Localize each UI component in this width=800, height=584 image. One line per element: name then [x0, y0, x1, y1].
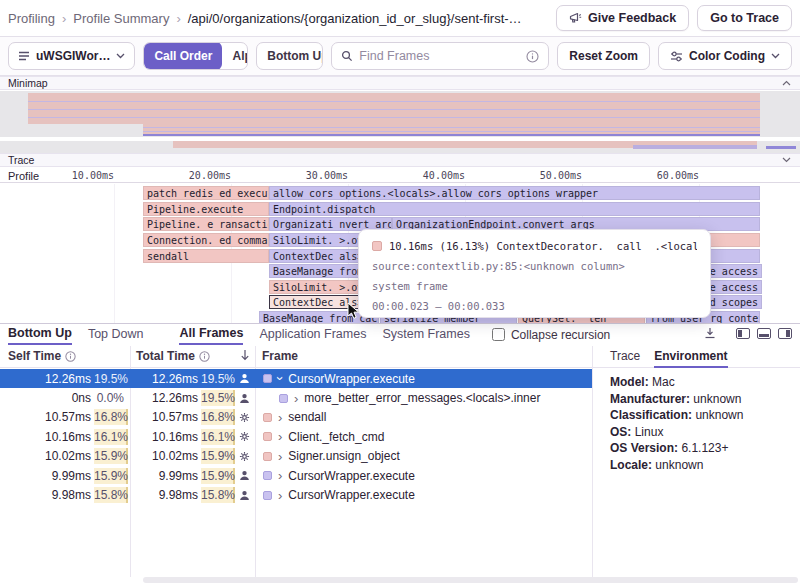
- caret-collapsed-icon[interactable]: ›: [278, 432, 282, 441]
- tab-application-frames[interactable]: Application Frames: [259, 325, 366, 344]
- reset-zoom-button[interactable]: Reset Zoom: [557, 42, 650, 70]
- frame-tooltip: 10.16ms (16.13%) ContextDecorator.__call…: [358, 229, 711, 318]
- table-row[interactable]: 10.57ms16.8% 10.57ms16.8% ›sendall: [0, 408, 592, 427]
- download-icon[interactable]: [704, 327, 716, 339]
- axis-tick: 20.00ms: [171, 170, 231, 181]
- direction-segmented-control: Bottom Up Top Down: [256, 42, 323, 70]
- user-icon: [238, 490, 251, 501]
- chevron-down-icon: [116, 53, 125, 59]
- reset-zoom-label: Reset Zoom: [569, 49, 638, 63]
- table-row[interactable]: 10.16ms16.1% 10.16ms16.1% ›Client._fetch…: [0, 427, 592, 446]
- panel-divider: [592, 346, 593, 577]
- go-to-trace-label: Go to Trace: [710, 11, 779, 25]
- flame-frame[interactable]: SiloLimit._>.over: [269, 233, 359, 247]
- tab-environment[interactable]: Environment: [654, 349, 727, 368]
- breadcrumb-current: /api/0/organizations/{organization_id_or…: [188, 11, 522, 26]
- time-axis: Profile 10.00ms 20.00ms 30.00ms 40.00ms …: [0, 168, 800, 183]
- self-time-column-header[interactable]: Self Time: [8, 349, 76, 363]
- sort-alphabetical-button[interactable]: Alphabetical: [222, 42, 248, 70]
- minimap-line: [143, 131, 760, 132]
- go-to-trace-button[interactable]: Go to Trace: [697, 5, 792, 31]
- detail-locale: Locale: unknown: [610, 457, 792, 474]
- frame-name: Client._fetch_cmd: [288, 430, 384, 444]
- give-feedback-button[interactable]: Give Feedback: [556, 5, 689, 31]
- sort-call-order-button[interactable]: Call Order: [144, 42, 222, 70]
- flame-frame[interactable]: Endpoint.dispatch: [269, 202, 760, 216]
- total-time-column-header[interactable]: Total Time: [136, 349, 210, 363]
- tab-bottom-up[interactable]: Bottom Up: [8, 324, 72, 345]
- total-time-value: 12.26ms: [152, 391, 198, 405]
- total-time-value: 10.02ms: [152, 449, 198, 463]
- caret-collapsed-icon[interactable]: ›: [278, 471, 282, 480]
- frame-stack-panel: Bottom Up Top Down All Frames Applicatio…: [0, 323, 800, 584]
- horizontal-scrollbar[interactable]: [143, 577, 798, 583]
- self-time-value: 12.26ms: [45, 372, 91, 386]
- sliders-icon: [670, 51, 683, 62]
- collapse-recursion-checkbox[interactable]: [492, 328, 505, 341]
- table-row[interactable]: 0ns0.0% 12.26ms19.5% ›more_better_error_…: [0, 388, 592, 407]
- flame-frame[interactable]: SiloLimit._>.over: [269, 280, 359, 294]
- self-time-value: 10.16ms: [45, 430, 91, 444]
- tab-system-frames[interactable]: System Frames: [382, 325, 470, 344]
- environment-details: Model: Mac Manufacturer: unknown Classif…: [610, 374, 792, 473]
- total-time-pct: 15.8%: [201, 487, 235, 503]
- minimap-canvas[interactable]: [0, 91, 800, 153]
- flame-frame[interactable]: Connection._ed_command: [143, 233, 269, 247]
- chevron-down-icon[interactable]: [782, 157, 791, 163]
- chevron-up-icon[interactable]: [782, 80, 791, 86]
- minimap-line: [143, 127, 760, 128]
- caret-expanded-icon[interactable]: ›: [276, 377, 285, 381]
- minimap-block: [766, 146, 796, 149]
- total-time-value: 9.99ms: [159, 469, 198, 483]
- table-row[interactable]: 9.98ms15.8% 9.98ms15.8% ›CursorWrapper.e…: [0, 485, 592, 504]
- flame-frame[interactable]: allow_cors_options.<locals>.allow_cors_o…: [269, 186, 760, 200]
- detail-model: Model: Mac: [610, 374, 792, 391]
- sort-descending-icon[interactable]: [240, 349, 250, 361]
- table-row[interactable]: 12.26ms19.5% 12.26ms19.5% ›CursorWrapper…: [0, 369, 592, 388]
- flamegraph-toolbar: uWSGIWor… Call Order Alphabetical Left H…: [0, 37, 800, 76]
- minimap-line: [28, 101, 760, 102]
- breadcrumb-profiling[interactable]: Profiling: [8, 11, 55, 26]
- caret-collapsed-icon[interactable]: ›: [278, 452, 282, 461]
- frame-color-swatch: [263, 432, 272, 441]
- find-frames-search[interactable]: [331, 42, 549, 70]
- flame-frame[interactable]: Pipeline.execute: [143, 202, 269, 216]
- tooltip-time-range: 00:00.023 — 00:00.033: [372, 300, 697, 312]
- dock-left-icon[interactable]: [736, 328, 750, 339]
- flame-frame[interactable]: BaseManage_from_c: [269, 264, 359, 278]
- thread-selector-dropdown[interactable]: uWSGIWor…: [8, 42, 135, 70]
- frame-name: CursorWrapper.execute: [288, 469, 415, 483]
- user-icon: [238, 373, 251, 384]
- caret-collapsed-icon[interactable]: ›: [278, 413, 282, 422]
- table-row[interactable]: 10.02ms15.9% 10.02ms15.9% ›Signer.unsign…: [0, 447, 592, 466]
- direction-bottom-up-button[interactable]: Bottom Up: [257, 42, 323, 70]
- tab-trace[interactable]: Trace: [610, 349, 640, 368]
- breadcrumb-profile-summary[interactable]: Profile Summary: [73, 11, 169, 26]
- flame-frame[interactable]: ContextDec_als>.i: [269, 249, 359, 263]
- table-row[interactable]: 9.99ms15.9% 9.99ms15.9% ›CursorWrapper.e…: [0, 466, 592, 485]
- frame-name: sendall: [288, 410, 326, 424]
- tab-top-down[interactable]: Top Down: [88, 325, 144, 344]
- axis-tick: 50.00ms: [522, 170, 582, 181]
- flame-frame[interactable]: sendall: [143, 249, 269, 263]
- axis-tick: 40.00ms: [405, 170, 465, 181]
- detail-classification: Classification: unknown: [610, 407, 792, 424]
- caret-collapsed-icon[interactable]: ›: [294, 394, 298, 403]
- caret-collapsed-icon[interactable]: ›: [278, 491, 282, 500]
- flame-frame[interactable]: Pipeline._e_ransaction: [143, 217, 269, 231]
- frame-name: more_better_error_messages.<locals>.inne…: [304, 391, 540, 405]
- frame-column-header[interactable]: Frame: [262, 349, 298, 363]
- tab-all-frames[interactable]: All Frames: [179, 324, 243, 345]
- flame-frame[interactable]: patch_redis_ed_execute: [143, 186, 269, 200]
- detail-os: OS: Linux: [610, 424, 792, 441]
- dock-right-icon[interactable]: [778, 328, 792, 339]
- collapse-recursion-control[interactable]: Collapse recursion: [492, 328, 610, 342]
- minimap-header[interactable]: Minimap: [0, 76, 800, 90]
- flame-frame-selected[interactable]: ContextDec_als>.i: [269, 295, 359, 309]
- color-coding-dropdown[interactable]: Color Coding: [658, 42, 792, 70]
- search-input[interactable]: [359, 49, 520, 63]
- dock-bottom-icon[interactable]: [757, 328, 771, 339]
- info-icon: [65, 351, 76, 362]
- frame-table: 12.26ms19.5% 12.26ms19.5% ›CursorWrapper…: [0, 369, 592, 505]
- trace-header[interactable]: Trace: [0, 153, 800, 167]
